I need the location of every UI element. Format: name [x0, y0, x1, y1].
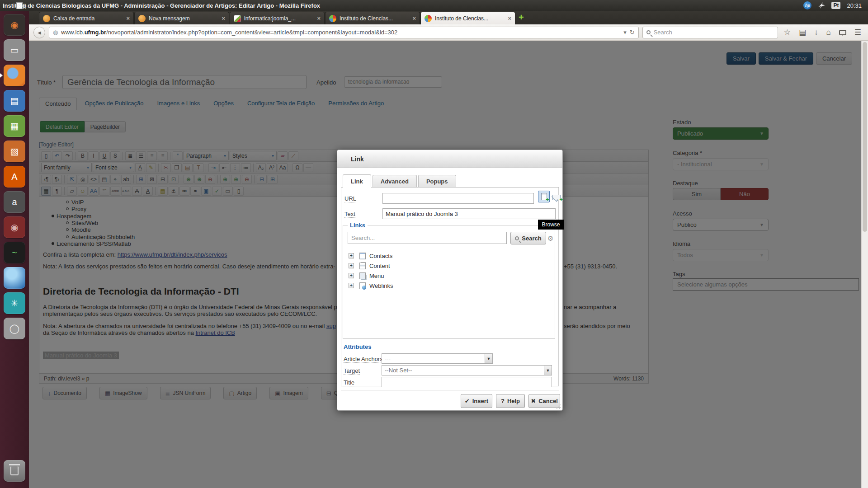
bookmark-star-icon[interactable]: ☆: [782, 28, 793, 37]
launcher-item-audio-app[interactable]: ~: [4, 242, 25, 263]
page-scrollbar[interactable]: [861, 41, 868, 488]
tab-close-icon[interactable]: ×: [412, 15, 416, 22]
desktop: Instituto de Ciencias Biologicas da UFMG…: [0, 0, 868, 488]
dialog-tab-advanced[interactable]: Advanced: [373, 175, 417, 187]
launcher-item-dash-home[interactable]: ◉: [4, 14, 25, 36]
expand-plus-icon[interactable]: +: [349, 273, 354, 278]
audio-app-icon: ~: [12, 248, 17, 257]
navigation-toolbar: ◂ ◍ www.icb.ufmg.br/novoportal/administr…: [29, 24, 868, 41]
tree-item-label: Weblinks: [369, 282, 393, 289]
keyboard-layout-indicator[interactable]: Pt: [831, 2, 840, 9]
tab-close-icon[interactable]: ×: [126, 15, 130, 22]
libreoffice-calc-icon: ▦: [10, 122, 19, 131]
target-select[interactable]: --Not Set--▼: [382, 365, 552, 375]
expand-plus-icon[interactable]: +: [349, 253, 354, 258]
insert-button[interactable]: ✔Insert: [461, 394, 492, 408]
scrollbar-thumb[interactable]: [863, 42, 867, 232]
network-app-icon: ✳: [11, 299, 19, 308]
menu-icon[interactable]: ☰: [852, 28, 863, 37]
url-text[interactable]: www.icb.ufmg.br/novoportal/administrator…: [61, 29, 620, 36]
dialog-cancel-button[interactable]: ✖Cancel: [528, 394, 560, 408]
article-anchors-select[interactable]: ---▼: [382, 353, 493, 364]
unity-launcher: ◉▭▤▦▧Aa◉~✳◯: [0, 11, 29, 488]
browser-tab-3[interactable]: informatica:joomla_...×: [230, 12, 325, 24]
messenger-icon[interactable]: [839, 30, 846, 35]
home-icon[interactable]: ⌂: [824, 28, 833, 37]
content-icon: [359, 263, 366, 269]
links-search-input[interactable]: [348, 232, 507, 244]
tab-close-icon[interactable]: ×: [317, 15, 321, 22]
search-input[interactable]: [654, 29, 774, 36]
tab-close-icon[interactable]: ×: [508, 15, 511, 22]
url-input[interactable]: [382, 193, 534, 204]
menu-icon: [359, 272, 366, 279]
launcher-item-red-app[interactable]: ◉: [4, 216, 25, 238]
clock[interactable]: 20:31: [847, 2, 862, 9]
expand-plus-icon[interactable]: +: [349, 263, 354, 268]
links-fieldset: Links Search ⚙ +Contacts+Content+Menu+We…: [343, 225, 555, 339]
dokuwiki-favicon-icon: [234, 15, 241, 22]
launcher-item-a-app[interactable]: A: [4, 166, 25, 188]
libreoffice-impress-icon: ▧: [10, 147, 19, 156]
search-bar[interactable]: [642, 27, 778, 38]
launcher-item-workspace-app[interactable]: ▭: [4, 39, 25, 61]
links-search-button[interactable]: Search: [510, 232, 546, 244]
libreoffice-writer-icon: ▤: [10, 96, 19, 105]
links-legend: Links: [348, 222, 368, 229]
url-dropdown-icon[interactable]: ▾: [623, 29, 627, 36]
link-dialog: Link LinkAdvancedPopups URL Text Browse …: [337, 150, 563, 411]
window-title: Instituto de Ciencias Biologicas da UFMG…: [0, 2, 320, 9]
mailto-button[interactable]: [551, 192, 562, 203]
check-icon: ✔: [465, 398, 470, 404]
gear-icon[interactable]: ⚙: [547, 235, 553, 243]
browser-tab-2[interactable]: Nova mensagem×: [134, 12, 229, 24]
launcher-item-network-app[interactable]: ✳: [4, 292, 25, 314]
browse-button[interactable]: [538, 191, 550, 202]
downloads-icon[interactable]: ↓: [812, 28, 821, 37]
browser-tab-1[interactable]: Caixa de entrada×: [39, 12, 134, 24]
trash-launcher-item[interactable]: [4, 460, 25, 482]
crane-tray-icon[interactable]: [818, 2, 825, 9]
launcher-item-libreoffice-writer[interactable]: ▤: [4, 90, 25, 112]
hp-tray-icon[interactable]: hp: [803, 1, 811, 9]
tab-close-icon[interactable]: ×: [222, 15, 225, 22]
link-title-input[interactable]: [382, 377, 552, 387]
back-button[interactable]: ◂: [33, 27, 45, 38]
reload-icon[interactable]: ↻: [630, 29, 635, 36]
expand-plus-icon[interactable]: +: [349, 283, 354, 288]
chevron-down-icon: ▼: [544, 366, 552, 375]
tree-item-label: Menu: [369, 272, 384, 279]
browser-tab-4[interactable]: Instituto de Ciencias...×: [325, 12, 420, 24]
tab-title: Instituto de Ciencias...: [340, 15, 409, 22]
target-label: Target: [344, 367, 360, 375]
dialog-tabs: LinkAdvancedPopups: [341, 174, 559, 188]
bookmarks-panel-icon[interactable]: ▤: [797, 28, 808, 37]
workspace-app-icon: ▭: [10, 46, 19, 55]
launcher-item-libreoffice-impress[interactable]: ▧: [4, 141, 25, 162]
browser-tab-5[interactable]: Instituto de Ciencias...×: [420, 12, 515, 24]
joomla-favicon-icon: [329, 15, 336, 22]
dialog-tab-link[interactable]: Link: [343, 174, 371, 188]
tab-title: Nova mensagem: [149, 15, 218, 22]
tree-item-label: Contacts: [369, 253, 392, 259]
roundcube-favicon-icon: [43, 15, 50, 22]
dialog-tab-popups[interactable]: Popups: [418, 175, 456, 187]
new-tab-button[interactable]: +: [519, 12, 524, 23]
link-text-input[interactable]: [382, 208, 556, 219]
launcher-item-amazon[interactable]: a: [4, 191, 25, 213]
a-app-icon: A: [11, 172, 17, 181]
launcher-item-libreoffice-calc[interactable]: ▦: [4, 115, 25, 137]
launcher-item-firefox[interactable]: [4, 65, 25, 86]
launcher-item-blue-sphere-app[interactable]: [4, 267, 25, 289]
globe-icon: ◍: [53, 29, 58, 36]
tab-bar: Caixa de entrada×Nova mensagem×informati…: [29, 11, 868, 24]
help-button[interactable]: ?Help: [496, 394, 525, 408]
disk-utility-icon: ◯: [9, 324, 19, 333]
search-icon: [646, 30, 651, 34]
session-gear-icon[interactable]: ⚙: [16, 2, 23, 9]
url-bar[interactable]: ◍ www.icb.ufmg.br/novoportal/administrat…: [49, 27, 639, 38]
dialog-title[interactable]: Link: [337, 150, 562, 168]
tab-title: Instituto de Ciencias...: [435, 15, 505, 22]
launcher-item-disk-utility[interactable]: ◯: [4, 318, 25, 339]
mailto-envelope-icon: [552, 195, 561, 200]
